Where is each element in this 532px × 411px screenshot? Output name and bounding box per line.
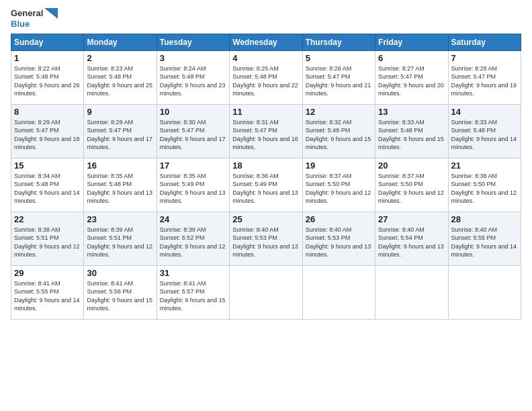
- day-info: Sunrise: 8:32 AMSunset: 5:48 PMDaylight:…: [306, 119, 371, 151]
- calendar-cell: 3 Sunrise: 8:24 AMSunset: 5:48 PMDayligh…: [157, 50, 229, 104]
- day-info: Sunrise: 8:38 AMSunset: 5:51 PMDaylight:…: [14, 226, 80, 259]
- calendar-cell: 13 Sunrise: 8:33 AMSunset: 5:48 PMDaylig…: [375, 104, 448, 158]
- calendar-cell: 27 Sunrise: 8:40 AMSunset: 5:54 PMDaylig…: [375, 212, 448, 265]
- day-number: 12: [306, 107, 372, 117]
- logo: General Blue: [11, 8, 58, 30]
- calendar-cell: [375, 265, 448, 319]
- calendar-cell: 12 Sunrise: 8:32 AMSunset: 5:48 PMDaylig…: [302, 104, 375, 158]
- day-info: Sunrise: 8:29 AMSunset: 5:47 PMDaylight:…: [14, 119, 80, 151]
- day-number: 26: [306, 214, 372, 224]
- day-number: 31: [160, 268, 226, 278]
- calendar-cell: 19 Sunrise: 8:37 AMSunset: 5:50 PMDaylig…: [302, 158, 375, 212]
- day-number: 23: [87, 214, 153, 224]
- calendar-cell: 20 Sunrise: 8:37 AMSunset: 5:50 PMDaylig…: [375, 158, 448, 212]
- day-info: Sunrise: 8:24 AMSunset: 5:48 PMDaylight:…: [160, 65, 226, 97]
- logo-blue: Blue: [11, 19, 30, 30]
- logo-flag-icon: [44, 8, 58, 19]
- day-number: 20: [378, 161, 445, 171]
- calendar-week-3: 15 Sunrise: 8:34 AMSunset: 5:48 PMDaylig…: [11, 158, 521, 212]
- calendar-cell: 30 Sunrise: 8:41 AMSunset: 5:56 PMDaylig…: [84, 265, 157, 319]
- calendar-cell: 2 Sunrise: 8:23 AMSunset: 5:48 PMDayligh…: [84, 50, 157, 104]
- calendar-cell: 1 Sunrise: 8:22 AMSunset: 5:48 PMDayligh…: [11, 50, 84, 104]
- day-info: Sunrise: 8:40 AMSunset: 5:53 PMDaylight:…: [232, 226, 298, 259]
- day-info: Sunrise: 8:39 AMSunset: 5:52 PMDaylight:…: [160, 226, 226, 259]
- weekday-header-sunday: Sunday: [11, 34, 84, 50]
- day-number: 21: [451, 161, 518, 171]
- calendar-cell: 31 Sunrise: 8:41 AMSunset: 5:57 PMDaylig…: [157, 265, 229, 319]
- day-number: 18: [232, 161, 299, 171]
- day-info: Sunrise: 8:36 AMSunset: 5:49 PMDaylight:…: [232, 173, 298, 205]
- day-number: 9: [87, 107, 153, 117]
- logo-text: General Blue: [11, 8, 58, 30]
- day-number: 29: [14, 268, 81, 278]
- day-number: 22: [14, 214, 81, 224]
- calendar-cell: 16 Sunrise: 8:35 AMSunset: 5:48 PMDaylig…: [84, 158, 157, 212]
- day-info: Sunrise: 8:41 AMSunset: 5:56 PMDaylight:…: [87, 280, 152, 312]
- day-info: Sunrise: 8:39 AMSunset: 5:51 PMDaylight:…: [87, 226, 152, 259]
- calendar-header: SundayMondayTuesdayWednesdayThursdayFrid…: [11, 34, 521, 50]
- day-number: 30: [87, 268, 153, 278]
- weekday-header-thursday: Thursday: [302, 34, 375, 50]
- day-info: Sunrise: 8:31 AMSunset: 5:47 PMDaylight:…: [232, 119, 298, 151]
- day-info: Sunrise: 8:35 AMSunset: 5:49 PMDaylight:…: [160, 173, 226, 205]
- calendar-cell: 14 Sunrise: 8:33 AMSunset: 5:48 PMDaylig…: [448, 104, 521, 158]
- day-number: 16: [87, 161, 153, 171]
- day-info: Sunrise: 8:41 AMSunset: 5:57 PMDaylight:…: [160, 280, 226, 312]
- day-info: Sunrise: 8:26 AMSunset: 5:47 PMDaylight:…: [306, 65, 371, 97]
- day-info: Sunrise: 8:22 AMSunset: 5:48 PMDaylight:…: [14, 65, 80, 97]
- calendar-cell: 26 Sunrise: 8:40 AMSunset: 5:53 PMDaylig…: [302, 212, 375, 265]
- day-number: 24: [160, 214, 226, 224]
- day-number: 11: [232, 107, 299, 117]
- page-container: General Blue SundayMondayTuesdayWednesda…: [0, 0, 532, 326]
- calendar-cell: 8 Sunrise: 8:29 AMSunset: 5:47 PMDayligh…: [11, 104, 84, 158]
- calendar-cell: 29 Sunrise: 8:41 AMSunset: 5:55 PMDaylig…: [11, 265, 84, 319]
- weekday-header-tuesday: Tuesday: [157, 34, 229, 50]
- day-info: Sunrise: 8:38 AMSunset: 5:50 PMDaylight:…: [451, 173, 517, 205]
- day-number: 5: [306, 53, 372, 63]
- day-info: Sunrise: 8:33 AMSunset: 5:48 PMDaylight:…: [378, 119, 444, 151]
- calendar-week-1: 1 Sunrise: 8:22 AMSunset: 5:48 PMDayligh…: [11, 50, 521, 104]
- calendar-cell: 10 Sunrise: 8:30 AMSunset: 5:47 PMDaylig…: [157, 104, 229, 158]
- day-info: Sunrise: 8:40 AMSunset: 5:53 PMDaylight:…: [306, 226, 371, 259]
- weekday-header-wednesday: Wednesday: [230, 34, 302, 50]
- calendar-table: SundayMondayTuesdayWednesdayThursdayFrid…: [11, 34, 521, 320]
- day-number: 19: [306, 161, 372, 171]
- calendar-week-4: 22 Sunrise: 8:38 AMSunset: 5:51 PMDaylig…: [11, 212, 521, 265]
- day-number: 3: [160, 53, 226, 63]
- day-info: Sunrise: 8:27 AMSunset: 5:47 PMDaylight:…: [378, 65, 444, 97]
- calendar-cell: 23 Sunrise: 8:39 AMSunset: 5:51 PMDaylig…: [84, 212, 157, 265]
- calendar-cell: 25 Sunrise: 8:40 AMSunset: 5:53 PMDaylig…: [230, 212, 302, 265]
- day-info: Sunrise: 8:30 AMSunset: 5:47 PMDaylight:…: [160, 119, 226, 151]
- day-number: 2: [87, 53, 153, 63]
- day-info: Sunrise: 8:35 AMSunset: 5:48 PMDaylight:…: [87, 173, 152, 205]
- day-info: Sunrise: 8:34 AMSunset: 5:48 PMDaylight:…: [14, 173, 80, 205]
- day-number: 28: [451, 214, 518, 224]
- svg-marker-0: [44, 8, 58, 19]
- header: General Blue: [11, 8, 521, 30]
- day-info: Sunrise: 8:23 AMSunset: 5:48 PMDaylight:…: [87, 65, 152, 97]
- calendar-week-5: 29 Sunrise: 8:41 AMSunset: 5:55 PMDaylig…: [11, 265, 521, 319]
- calendar-cell: 15 Sunrise: 8:34 AMSunset: 5:48 PMDaylig…: [11, 158, 84, 212]
- weekday-header-friday: Friday: [375, 34, 448, 50]
- day-number: 14: [451, 107, 518, 117]
- day-number: 25: [232, 214, 299, 224]
- day-info: Sunrise: 8:28 AMSunset: 5:47 PMDaylight:…: [451, 65, 517, 97]
- day-number: 15: [14, 161, 81, 171]
- calendar-cell: [230, 265, 302, 319]
- day-number: 27: [378, 214, 445, 224]
- calendar-cell: 24 Sunrise: 8:39 AMSunset: 5:52 PMDaylig…: [157, 212, 229, 265]
- day-info: Sunrise: 8:40 AMSunset: 5:54 PMDaylight:…: [378, 226, 444, 259]
- day-number: 6: [378, 53, 445, 63]
- calendar-cell: 11 Sunrise: 8:31 AMSunset: 5:47 PMDaylig…: [230, 104, 302, 158]
- day-number: 13: [378, 107, 445, 117]
- day-number: 8: [14, 107, 81, 117]
- day-info: Sunrise: 8:25 AMSunset: 5:48 PMDaylight:…: [232, 65, 298, 97]
- calendar-cell: 6 Sunrise: 8:27 AMSunset: 5:47 PMDayligh…: [375, 50, 448, 104]
- calendar-cell: 7 Sunrise: 8:28 AMSunset: 5:47 PMDayligh…: [448, 50, 521, 104]
- day-info: Sunrise: 8:37 AMSunset: 5:50 PMDaylight:…: [378, 173, 444, 205]
- day-number: 1: [14, 53, 81, 63]
- day-info: Sunrise: 8:41 AMSunset: 5:55 PMDaylight:…: [14, 280, 80, 312]
- day-number: 17: [160, 161, 226, 171]
- logo-general: General: [11, 8, 43, 19]
- calendar-cell: 4 Sunrise: 8:25 AMSunset: 5:48 PMDayligh…: [230, 50, 302, 104]
